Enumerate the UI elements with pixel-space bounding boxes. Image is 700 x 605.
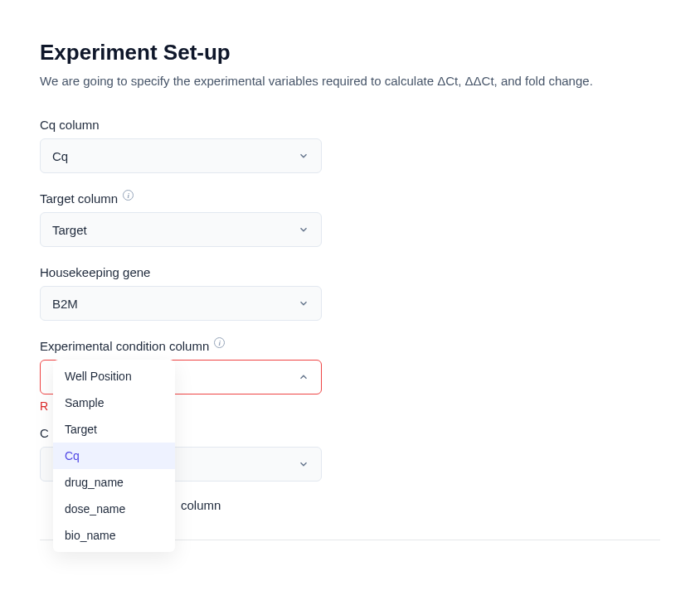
label-cq-column: Cq column (40, 118, 100, 132)
chevron-up-icon (298, 371, 309, 383)
label-housekeeping-gene: Housekeeping gene (40, 265, 150, 279)
dropdown-option[interactable]: Cq (53, 443, 175, 469)
label-partial-c: C (40, 426, 49, 440)
select-housekeeping-gene[interactable]: B2M (40, 286, 322, 321)
dropdown-option[interactable]: bio_name (53, 522, 175, 549)
field-cq-column: Cq column Cq (40, 118, 660, 173)
field-target-column: Target column i Target (40, 191, 660, 247)
chevron-down-icon (298, 150, 309, 162)
select-target-column[interactable]: Target (40, 212, 322, 247)
select-cq-value: Cq (52, 149, 68, 163)
info-icon[interactable]: i (214, 337, 225, 348)
page-subtitle: We are going to specify the experimental… (40, 74, 660, 88)
dropdown-option[interactable]: dose_name (53, 496, 175, 522)
chevron-down-icon (298, 458, 309, 470)
field-experimental-condition: Experimental condition column i R C colu… (40, 339, 660, 540)
label-target-column: Target column (40, 191, 118, 206)
dropdown-option[interactable]: drug_name (53, 469, 175, 496)
field-housekeeping-gene: Housekeeping gene B2M (40, 265, 660, 321)
dropdown-option[interactable]: Well Position (53, 363, 175, 390)
select-housekeeping-value: B2M (52, 297, 78, 311)
chevron-down-icon (298, 224, 309, 235)
dropdown-menu-experimental: Well PositionSampleTargetCqdrug_namedose… (53, 360, 175, 552)
label-experimental-condition: Experimental condition column (40, 339, 209, 353)
dropdown-option[interactable]: Target (53, 416, 175, 443)
select-target-value: Target (52, 223, 87, 237)
page-title: Experiment Set-up (40, 40, 660, 65)
chevron-down-icon (298, 298, 309, 309)
info-icon[interactable]: i (123, 190, 134, 201)
dropdown-option[interactable]: Sample (53, 390, 175, 416)
select-cq-column[interactable]: Cq (40, 138, 322, 173)
